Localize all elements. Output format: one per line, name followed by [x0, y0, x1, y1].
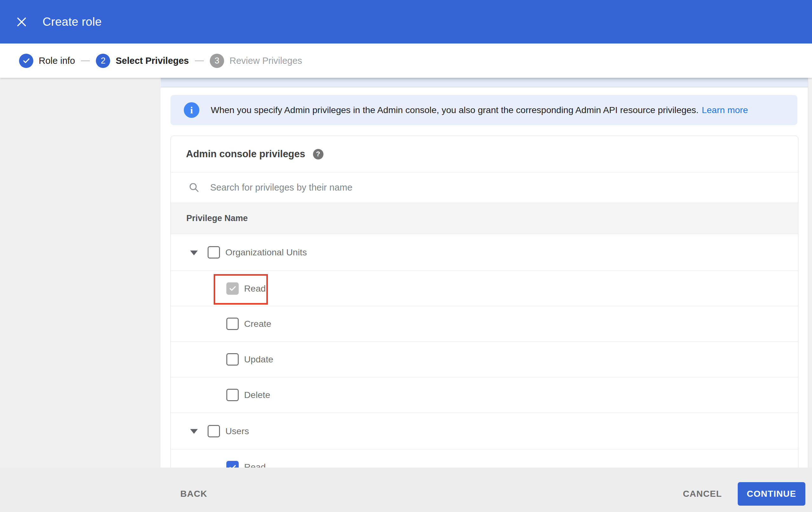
stepper: Role info 2 Select Privileges 3 Review P…	[0, 44, 812, 78]
privileges-card: Admin console privileges ? Privilege Nam…	[171, 136, 799, 487]
learn-more-link[interactable]: Learn more	[702, 105, 748, 115]
privilege-label: Read	[244, 283, 266, 294]
step-divider	[81, 60, 90, 61]
search-icon	[188, 182, 200, 193]
step-number: 3	[210, 54, 224, 68]
privilege-label: Delete	[244, 390, 270, 400]
search-input[interactable]	[209, 182, 798, 193]
banner-text: When you specify Admin privileges in the…	[211, 105, 699, 115]
privilege-label: Users	[225, 426, 249, 436]
left-panel	[0, 78, 160, 467]
main-content: i When you specify Admin privileges in t…	[161, 78, 812, 467]
cancel-button[interactable]: CANCEL	[679, 482, 726, 506]
privilege-checkbox[interactable]	[208, 425, 220, 437]
help-icon[interactable]: ?	[313, 149, 323, 159]
step-select-privileges[interactable]: 2 Select Privileges	[96, 54, 189, 68]
card-title: Admin console privileges	[186, 148, 306, 160]
privilege-checkbox[interactable]	[226, 318, 239, 330]
step-number: 2	[96, 54, 110, 68]
privilege-rows: Organizational Units Read Create Update …	[171, 234, 798, 485]
chevron-down-icon[interactable]	[190, 429, 198, 434]
table-row: Read	[171, 271, 798, 306]
step-divider	[195, 60, 204, 61]
table-row: Update	[171, 342, 798, 377]
info-banner: i When you specify Admin privileges in t…	[171, 95, 798, 125]
step-role-info[interactable]: Role info	[19, 54, 75, 68]
app-bar: Create role	[0, 0, 812, 44]
vertical-scrollbar[interactable]	[808, 78, 812, 467]
privilege-checkbox[interactable]	[226, 389, 239, 401]
privilege-checkbox[interactable]	[226, 353, 239, 366]
privilege-label: Update	[244, 354, 273, 365]
privilege-label: Create	[244, 319, 271, 329]
card-heading: Admin console privileges ?	[171, 136, 798, 172]
footer-bar: BACK CANCEL CONTINUE	[0, 467, 812, 512]
step-check-icon	[19, 54, 33, 68]
step-label: Review Privileges	[230, 56, 302, 66]
continue-button[interactable]: CONTINUE	[738, 482, 805, 506]
back-button[interactable]: BACK	[176, 482, 211, 506]
search-row	[171, 172, 798, 203]
table-row: Delete	[171, 377, 798, 413]
privilege-checkbox[interactable]	[208, 246, 220, 259]
table-row: Users	[171, 413, 798, 450]
privilege-label: Organizational Units	[225, 247, 307, 258]
table-row: Organizational Units	[171, 234, 798, 271]
create-role-dialog: Create role Role info 2 Select Privilege…	[0, 0, 812, 512]
step-label: Role info	[39, 56, 75, 66]
step-review-privileges[interactable]: 3 Review Privileges	[210, 54, 302, 68]
table-row: Create	[171, 306, 798, 342]
info-icon: i	[184, 102, 199, 118]
scrolled-content-edge	[161, 78, 812, 87]
privilege-checkbox[interactable]	[226, 282, 239, 295]
chevron-down-icon[interactable]	[190, 250, 198, 255]
table-column-header: Privilege Name	[171, 203, 798, 234]
page-title: Create role	[42, 15, 102, 29]
step-label: Select Privileges	[116, 56, 189, 66]
close-icon[interactable]	[14, 15, 29, 29]
